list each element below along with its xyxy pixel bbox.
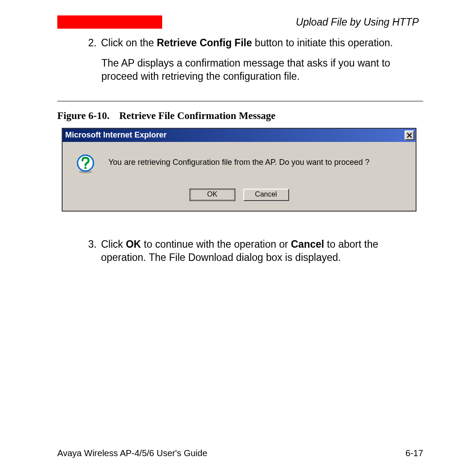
svg-point-4 (85, 167, 87, 169)
step-number: 3. (88, 238, 97, 264)
figure-label: Figure 6-10. (57, 110, 109, 121)
button-name: Retrieve Config File (157, 37, 252, 48)
text-segment: button to initiate this operation. (252, 37, 393, 48)
cancel-button[interactable]: Cancel (243, 189, 289, 201)
figure-title: Retrieve File Confirmation Message (119, 110, 275, 121)
step-3: 3. Click OK to continue with the operati… (88, 238, 423, 264)
dialog-body: You are retrieving Configuration file fr… (63, 142, 416, 211)
step-text: Click OK to continue with the operation … (101, 238, 423, 264)
cancel-label: Cancel (291, 238, 324, 250)
text-segment: to continue with the operation or (141, 238, 291, 250)
close-icon[interactable] (405, 130, 414, 140)
page-header: Upload File by Using HTTP (57, 15, 423, 29)
divider (57, 101, 423, 101)
dialog-title: Microsoft Internet Explorer (65, 130, 405, 140)
step-2-paragraph: The AP displays a confirmation message t… (101, 57, 423, 83)
ok-label: OK (126, 238, 141, 250)
question-icon (76, 154, 95, 174)
step-number: 2. (88, 37, 97, 50)
ok-button-label: OK (190, 190, 234, 200)
step-2: 2. Click on the Retrieve Config File but… (88, 37, 423, 50)
footer-page: 6-17 (405, 448, 423, 458)
text-segment: Click on the (101, 37, 157, 48)
dialog-button-row: OK Cancel (71, 189, 407, 201)
ie-dialog: Microsoft Internet Explorer Y (62, 128, 416, 212)
text-segment: Click (101, 238, 126, 250)
red-header-block (57, 15, 162, 29)
dialog-message: You are retrieving Configuration file fr… (108, 154, 369, 167)
ok-button[interactable]: OK (190, 189, 235, 201)
x-icon (407, 133, 412, 138)
section-title: Upload File by Using HTTP (296, 16, 419, 28)
dialog-screenshot: Microsoft Internet Explorer Y (62, 128, 423, 212)
dialog-content-row: You are retrieving Configuration file fr… (71, 154, 407, 174)
dialog-titlebar: Microsoft Internet Explorer (63, 129, 416, 142)
footer-guide: Avaya Wireless AP-4/5/6 User's Guide (57, 448, 207, 458)
step-text: Click on the Retrieve Config File button… (101, 37, 423, 50)
page-footer: Avaya Wireless AP-4/5/6 User's Guide 6-1… (57, 448, 423, 458)
figure-caption: Figure 6-10.Retrieve File Confirmation M… (57, 110, 423, 122)
